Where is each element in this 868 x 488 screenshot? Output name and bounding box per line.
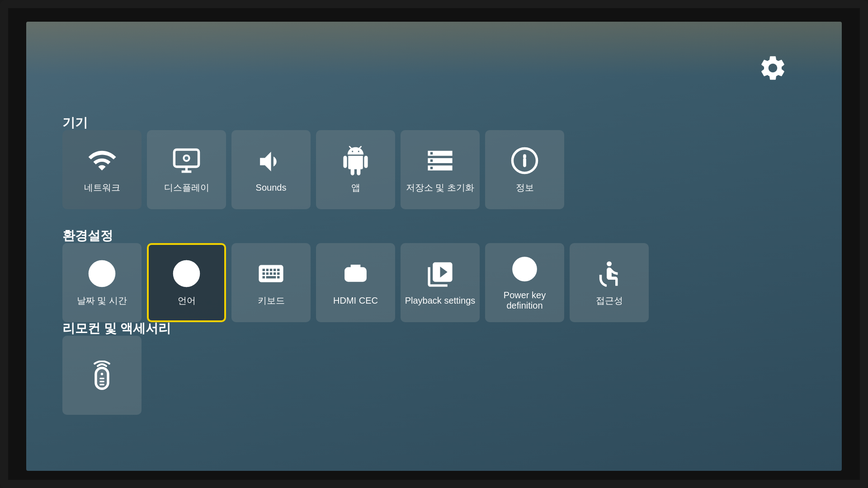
remote-icon xyxy=(87,361,117,390)
card-language[interactable]: 언어 xyxy=(147,243,226,322)
wifi-icon xyxy=(87,146,117,175)
section-label-remotes: 리모컨 및 액세서리 xyxy=(62,320,171,337)
devices-row: 네트워크 디스플레이 Sounds xyxy=(62,130,564,209)
clock-icon xyxy=(87,259,117,288)
keyboard-icon xyxy=(256,259,286,288)
hdmicec-icon xyxy=(341,260,370,289)
info-icon xyxy=(510,146,539,175)
svg-rect-15 xyxy=(99,381,104,382)
card-storage[interactable]: 저장소 및 초기화 xyxy=(401,130,480,209)
power-icon xyxy=(510,254,539,284)
card-accessibility[interactable]: 접근성 xyxy=(570,243,649,322)
card-info[interactable]: 정보 xyxy=(485,130,564,209)
svg-point-11 xyxy=(607,261,612,266)
section-label-settings: 환경설정 xyxy=(62,227,113,244)
globe-icon xyxy=(172,259,201,288)
android-icon xyxy=(341,146,370,175)
svg-point-4 xyxy=(524,155,525,156)
gear-icon[interactable] xyxy=(758,53,788,84)
svg-rect-16 xyxy=(99,384,104,385)
card-powerkey[interactable]: Power key definition xyxy=(485,243,564,322)
display-icon xyxy=(172,146,201,175)
card-hdmicec[interactable]: HDMI CEC xyxy=(316,243,395,322)
svg-rect-9 xyxy=(354,272,357,277)
card-display[interactable]: 디스플레이 xyxy=(147,130,226,209)
svg-point-2 xyxy=(184,156,188,160)
card-network[interactable]: 네트워크 xyxy=(62,130,142,209)
svg-rect-14 xyxy=(99,378,104,379)
tv-bezel: 기기 네트워크 디스플레이 xyxy=(0,0,868,488)
card-sounds[interactable]: Sounds xyxy=(231,130,311,209)
card-apps[interactable]: 앱 xyxy=(316,130,395,209)
remotes-row xyxy=(62,336,142,415)
accessibility-icon xyxy=(594,259,624,288)
card-playback[interactable]: Playback settings xyxy=(401,243,480,322)
screen: 기기 네트워크 디스플레이 xyxy=(26,22,842,471)
svg-point-13 xyxy=(101,373,103,375)
section-label-devices: 기기 xyxy=(62,114,88,131)
card-remote[interactable] xyxy=(62,336,142,415)
playback-icon xyxy=(425,260,455,289)
sound-icon xyxy=(256,147,286,176)
card-datetime[interactable]: 날짜 및 시간 xyxy=(62,243,142,322)
settings-row: 날짜 및 시간 언어 키보드 xyxy=(62,243,649,322)
card-keyboard[interactable]: 키보드 xyxy=(231,243,311,322)
storage-icon xyxy=(425,146,455,175)
